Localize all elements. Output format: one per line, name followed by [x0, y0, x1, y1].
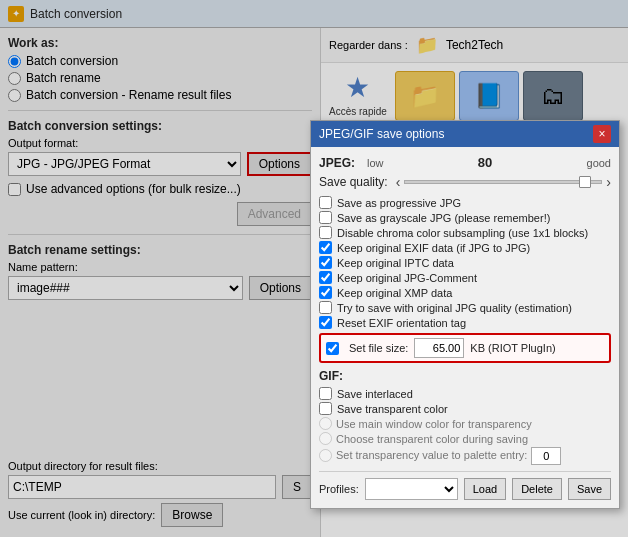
- transparency-radio-0[interactable]: Use main window color for transparency: [319, 417, 611, 430]
- checkbox-0[interactable]: [319, 196, 332, 209]
- checkbox-1[interactable]: [319, 211, 332, 224]
- transparency-radio-input-1[interactable]: [319, 432, 332, 445]
- left-arrow[interactable]: ‹: [396, 174, 401, 190]
- transparency-radio-2-row: Set transparency value to palette entry:: [319, 447, 611, 465]
- transparency-radio-label-0: Use main window color for transparency: [336, 418, 532, 430]
- quality-num: 80: [392, 155, 579, 170]
- gif-checkbox-row-0[interactable]: Save interlaced: [319, 387, 611, 400]
- quality-slider[interactable]: [404, 180, 602, 184]
- checkbox-6[interactable]: [319, 286, 332, 299]
- quality-low: low: [367, 157, 384, 169]
- checkbox-8[interactable]: [319, 316, 332, 329]
- transparency-radio-label-2: Set transparency value to palette entry:: [336, 449, 527, 461]
- quality-good: good: [587, 157, 611, 169]
- file-size-row: Set file size: KB (RIOT PlugIn): [319, 333, 611, 363]
- main-window: ✦ Batch conversion Work as: Batch conver…: [0, 0, 628, 537]
- checkbox-label-2: Disable chroma color subsampling (use 1x…: [337, 227, 588, 239]
- gif-checkbox-label-0: Save interlaced: [337, 388, 413, 400]
- dialog-title-bar: JPEG/GIF save options ×: [311, 121, 619, 147]
- checkbox-row-4[interactable]: Keep original IPTC data: [319, 256, 611, 269]
- options-dialog: JPEG/GIF save options × JPEG: low 80 goo…: [310, 120, 620, 509]
- checkbox-label-5: Keep original JPG-Comment: [337, 272, 477, 284]
- checkbox-row-8[interactable]: Reset EXIF orientation tag: [319, 316, 611, 329]
- dialog-body: JPEG: low 80 good Save quality: ‹ › Save…: [311, 147, 619, 508]
- gif-label: GIF:: [319, 369, 611, 383]
- checkbox-7[interactable]: [319, 301, 332, 314]
- profiles-row: Profiles: Load Delete Save: [319, 471, 611, 500]
- checkbox-2[interactable]: [319, 226, 332, 239]
- checkbox-label-4: Keep original IPTC data: [337, 257, 454, 269]
- gif-checkbox-0[interactable]: [319, 387, 332, 400]
- file-size-unit: KB (RIOT PlugIn): [470, 342, 555, 354]
- checkbox-label-3: Keep original EXIF data (if JPG to JPG): [337, 242, 530, 254]
- checkbox-label-7: Try to save with original JPG quality (e…: [337, 302, 572, 314]
- profiles-label: Profiles:: [319, 483, 359, 495]
- transparency-radio-2[interactable]: Set transparency value to palette entry:: [319, 449, 527, 462]
- save-quality-row: Save quality: ‹ ›: [319, 174, 611, 190]
- checkbox-row-5[interactable]: Keep original JPG-Comment: [319, 271, 611, 284]
- transparency-value-input[interactable]: [531, 447, 561, 465]
- file-size-label: Set file size:: [349, 342, 408, 354]
- transparency-radio-input-0[interactable]: [319, 417, 332, 430]
- transparency-radio-1[interactable]: Choose transparent color during saving: [319, 432, 611, 445]
- checkbox-row-0[interactable]: Save as progressive JPG: [319, 196, 611, 209]
- gif-checkbox-1[interactable]: [319, 402, 332, 415]
- delete-button[interactable]: Delete: [512, 478, 562, 500]
- checkbox-label-0: Save as progressive JPG: [337, 197, 461, 209]
- jpeg-quality-row: JPEG: low 80 good: [319, 155, 611, 170]
- checkbox-row-7[interactable]: Try to save with original JPG quality (e…: [319, 301, 611, 314]
- transparency-radio-input-2[interactable]: [319, 449, 332, 462]
- load-button[interactable]: Load: [464, 478, 506, 500]
- jpeg-label: JPEG:: [319, 156, 355, 170]
- checkbox-4[interactable]: [319, 256, 332, 269]
- dialog-title: JPEG/GIF save options: [319, 127, 444, 141]
- save-quality-label: Save quality:: [319, 175, 388, 189]
- checkbox-row-2[interactable]: Disable chroma color subsampling (use 1x…: [319, 226, 611, 239]
- gif-checkbox-label-1: Save transparent color: [337, 403, 448, 415]
- checkbox-row-3[interactable]: Keep original EXIF data (if JPG to JPG): [319, 241, 611, 254]
- save-profiles-button[interactable]: Save: [568, 478, 611, 500]
- checkbox-label-1: Save as grayscale JPG (please remember!): [337, 212, 550, 224]
- dialog-close-button[interactable]: ×: [593, 125, 611, 143]
- quality-thumb: [579, 176, 591, 188]
- file-size-checkbox[interactable]: [326, 342, 339, 355]
- right-arrow[interactable]: ›: [606, 174, 611, 190]
- file-size-input[interactable]: [414, 338, 464, 358]
- profiles-dropdown[interactable]: [365, 478, 458, 500]
- checkbox-row-6[interactable]: Keep original XMP data: [319, 286, 611, 299]
- checkbox-5[interactable]: [319, 271, 332, 284]
- checkbox-row-1[interactable]: Save as grayscale JPG (please remember!): [319, 211, 611, 224]
- checkbox-label-6: Keep original XMP data: [337, 287, 452, 299]
- transparency-radio-label-1: Choose transparent color during saving: [336, 433, 528, 445]
- checkbox-3[interactable]: [319, 241, 332, 254]
- checkbox-label-8: Reset EXIF orientation tag: [337, 317, 466, 329]
- gif-checkbox-row-1[interactable]: Save transparent color: [319, 402, 611, 415]
